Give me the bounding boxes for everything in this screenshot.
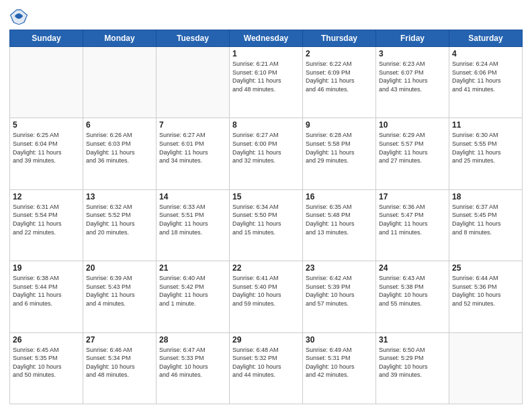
- day-info: Sunrise: 6:35 AM Sunset: 5:48 PM Dayligh…: [306, 203, 373, 236]
- calendar-week-row: 1Sunrise: 6:21 AM Sunset: 6:10 PM Daylig…: [10, 47, 523, 118]
- calendar-week-row: 26Sunrise: 6:45 AM Sunset: 5:35 PM Dayli…: [10, 332, 523, 404]
- page-container: SundayMondayTuesdayWednesdayThursdayFrid…: [0, 0, 532, 411]
- day-number: 17: [379, 192, 446, 201]
- weekday-header: Saturday: [449, 30, 523, 47]
- day-info: Sunrise: 6:48 AM Sunset: 5:32 PM Dayligh…: [232, 346, 300, 379]
- header: [9, 7, 523, 26]
- calendar-week-row: 5Sunrise: 6:25 AM Sunset: 6:04 PM Daylig…: [10, 118, 523, 189]
- weekday-header: Friday: [376, 30, 449, 47]
- calendar-day-cell: 25Sunrise: 6:44 AM Sunset: 5:36 PM Dayli…: [449, 261, 523, 332]
- day-info: Sunrise: 6:27 AM Sunset: 6:01 PM Dayligh…: [159, 131, 226, 165]
- day-number: 31: [379, 335, 446, 345]
- day-number: 28: [159, 335, 226, 345]
- day-number: 6: [86, 120, 153, 130]
- day-info: Sunrise: 6:32 AM Sunset: 5:52 PM Dayligh…: [86, 203, 153, 236]
- calendar-header: SundayMondayTuesdayWednesdayThursdayFrid…: [10, 30, 523, 47]
- day-info: Sunrise: 6:49 AM Sunset: 5:31 PM Dayligh…: [306, 346, 373, 379]
- weekday-header: Sunday: [10, 30, 83, 47]
- calendar-day-cell: 17Sunrise: 6:36 AM Sunset: 5:47 PM Dayli…: [376, 189, 449, 261]
- day-number: 3: [379, 49, 446, 58]
- calendar-table: SundayMondayTuesdayWednesdayThursdayFrid…: [9, 30, 523, 404]
- day-info: Sunrise: 6:30 AM Sunset: 5:55 PM Dayligh…: [452, 131, 519, 165]
- day-info: Sunrise: 6:42 AM Sunset: 5:39 PM Dayligh…: [306, 274, 373, 308]
- calendar-day-cell: 9Sunrise: 6:28 AM Sunset: 5:58 PM Daylig…: [303, 118, 376, 189]
- calendar-day-cell: 15Sunrise: 6:34 AM Sunset: 5:50 PM Dayli…: [230, 189, 303, 261]
- calendar-week-row: 19Sunrise: 6:38 AM Sunset: 5:44 PM Dayli…: [10, 261, 523, 332]
- day-number: 25: [452, 263, 519, 273]
- day-number: 21: [159, 263, 226, 273]
- day-number: 1: [232, 49, 300, 58]
- day-info: Sunrise: 6:45 AM Sunset: 5:35 PM Dayligh…: [13, 346, 80, 379]
- day-info: Sunrise: 6:50 AM Sunset: 5:29 PM Dayligh…: [379, 346, 446, 379]
- weekday-header: Thursday: [303, 30, 376, 47]
- day-number: 9: [306, 120, 373, 130]
- day-number: 11: [452, 120, 519, 130]
- calendar-day-cell: 2Sunrise: 6:22 AM Sunset: 6:09 PM Daylig…: [303, 47, 376, 118]
- day-info: Sunrise: 6:41 AM Sunset: 5:40 PM Dayligh…: [232, 274, 300, 308]
- day-info: Sunrise: 6:24 AM Sunset: 6:06 PM Dayligh…: [452, 60, 519, 93]
- weekday-header: Tuesday: [157, 30, 230, 47]
- calendar-day-cell: 26Sunrise: 6:45 AM Sunset: 5:35 PM Dayli…: [10, 332, 83, 404]
- day-number: 7: [159, 120, 226, 130]
- day-number: 15: [232, 192, 300, 201]
- day-number: 5: [13, 120, 80, 130]
- calendar-day-cell: 6Sunrise: 6:26 AM Sunset: 6:03 PM Daylig…: [83, 118, 157, 189]
- day-number: 27: [86, 335, 153, 345]
- day-info: Sunrise: 6:27 AM Sunset: 6:00 PM Dayligh…: [232, 131, 300, 165]
- day-number: 16: [306, 192, 373, 201]
- calendar-day-cell: 14Sunrise: 6:33 AM Sunset: 5:51 PM Dayli…: [157, 189, 230, 261]
- calendar-body: 1Sunrise: 6:21 AM Sunset: 6:10 PM Daylig…: [10, 47, 523, 404]
- day-number: 29: [232, 335, 300, 345]
- day-info: Sunrise: 6:38 AM Sunset: 5:44 PM Dayligh…: [13, 274, 80, 308]
- calendar-day-cell: 30Sunrise: 6:49 AM Sunset: 5:31 PM Dayli…: [303, 332, 376, 404]
- calendar-day-cell: [157, 47, 230, 118]
- day-info: Sunrise: 6:43 AM Sunset: 5:38 PM Dayligh…: [379, 274, 446, 308]
- calendar-day-cell: [83, 47, 157, 118]
- calendar-day-cell: 31Sunrise: 6:50 AM Sunset: 5:29 PM Dayli…: [376, 332, 449, 404]
- logo-icon: [9, 7, 28, 26]
- day-number: 19: [13, 263, 80, 273]
- day-info: Sunrise: 6:39 AM Sunset: 5:43 PM Dayligh…: [86, 274, 153, 308]
- calendar-day-cell: 19Sunrise: 6:38 AM Sunset: 5:44 PM Dayli…: [10, 261, 83, 332]
- calendar-day-cell: 13Sunrise: 6:32 AM Sunset: 5:52 PM Dayli…: [83, 189, 157, 261]
- day-number: 14: [159, 192, 226, 201]
- day-number: 23: [306, 263, 373, 273]
- calendar-day-cell: 10Sunrise: 6:29 AM Sunset: 5:57 PM Dayli…: [376, 118, 449, 189]
- calendar-day-cell: 24Sunrise: 6:43 AM Sunset: 5:38 PM Dayli…: [376, 261, 449, 332]
- calendar-day-cell: 21Sunrise: 6:40 AM Sunset: 5:42 PM Dayli…: [157, 261, 230, 332]
- day-number: 8: [232, 120, 300, 130]
- calendar-day-cell: 8Sunrise: 6:27 AM Sunset: 6:00 PM Daylig…: [230, 118, 303, 189]
- calendar-day-cell: 23Sunrise: 6:42 AM Sunset: 5:39 PM Dayli…: [303, 261, 376, 332]
- day-info: Sunrise: 6:34 AM Sunset: 5:50 PM Dayligh…: [232, 203, 300, 236]
- calendar-week-row: 12Sunrise: 6:31 AM Sunset: 5:54 PM Dayli…: [10, 189, 523, 261]
- weekday-header: Monday: [83, 30, 157, 47]
- calendar-day-cell: 27Sunrise: 6:46 AM Sunset: 5:34 PM Dayli…: [83, 332, 157, 404]
- calendar-day-cell: 4Sunrise: 6:24 AM Sunset: 6:06 PM Daylig…: [449, 47, 523, 118]
- day-number: 10: [379, 120, 446, 130]
- day-info: Sunrise: 6:33 AM Sunset: 5:51 PM Dayligh…: [159, 203, 226, 236]
- logo: [9, 7, 31, 26]
- day-info: Sunrise: 6:40 AM Sunset: 5:42 PM Dayligh…: [159, 274, 226, 308]
- calendar-day-cell: 11Sunrise: 6:30 AM Sunset: 5:55 PM Dayli…: [449, 118, 523, 189]
- day-number: 13: [86, 192, 153, 201]
- calendar-day-cell: 29Sunrise: 6:48 AM Sunset: 5:32 PM Dayli…: [230, 332, 303, 404]
- day-number: 22: [232, 263, 300, 273]
- calendar-day-cell: 5Sunrise: 6:25 AM Sunset: 6:04 PM Daylig…: [10, 118, 83, 189]
- weekday-row: SundayMondayTuesdayWednesdayThursdayFrid…: [10, 30, 523, 47]
- day-info: Sunrise: 6:26 AM Sunset: 6:03 PM Dayligh…: [86, 131, 153, 165]
- calendar-day-cell: [449, 332, 523, 404]
- day-info: Sunrise: 6:47 AM Sunset: 5:33 PM Dayligh…: [159, 346, 226, 379]
- day-info: Sunrise: 6:44 AM Sunset: 5:36 PM Dayligh…: [452, 274, 519, 308]
- day-number: 26: [13, 335, 80, 345]
- day-number: 30: [306, 335, 373, 345]
- day-number: 18: [452, 192, 519, 201]
- weekday-header: Wednesday: [230, 30, 303, 47]
- calendar-day-cell: 16Sunrise: 6:35 AM Sunset: 5:48 PM Dayli…: [303, 189, 376, 261]
- calendar-day-cell: 3Sunrise: 6:23 AM Sunset: 6:07 PM Daylig…: [376, 47, 449, 118]
- day-info: Sunrise: 6:31 AM Sunset: 5:54 PM Dayligh…: [13, 203, 80, 236]
- day-info: Sunrise: 6:36 AM Sunset: 5:47 PM Dayligh…: [379, 203, 446, 236]
- calendar-day-cell: 18Sunrise: 6:37 AM Sunset: 5:45 PM Dayli…: [449, 189, 523, 261]
- calendar-day-cell: [10, 47, 83, 118]
- day-info: Sunrise: 6:28 AM Sunset: 5:58 PM Dayligh…: [306, 131, 373, 165]
- calendar-day-cell: 7Sunrise: 6:27 AM Sunset: 6:01 PM Daylig…: [157, 118, 230, 189]
